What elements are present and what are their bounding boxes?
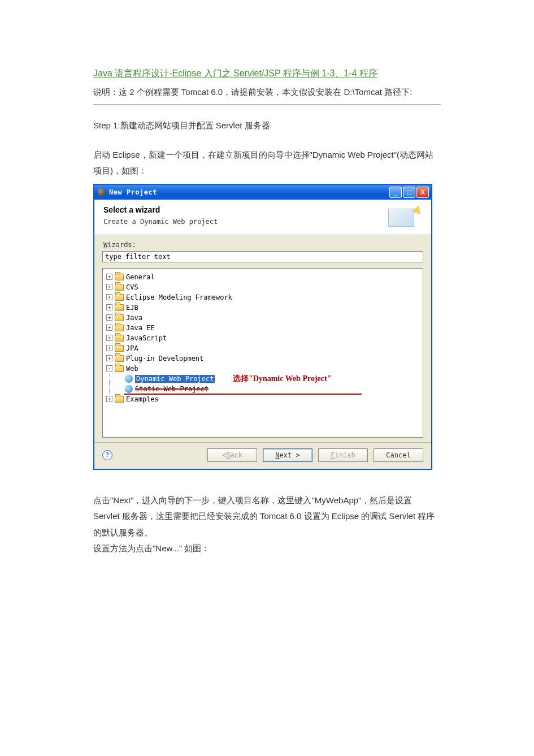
step-1-title: Step 1:新建动态网站项目并配置 Servlet 服务器 [93, 120, 441, 131]
next-button[interactable]: Next > [263, 448, 312, 462]
step-1-body: 启动 Eclipse，新建一个项目，在建立新项目的向导中选择"Dynamic W… [93, 147, 441, 179]
tree-item-label: Examples [126, 395, 159, 403]
expand-toggle-icon[interactable]: + [106, 314, 112, 321]
tree-item-label: Plug-in Development [126, 355, 203, 362]
back-button: < Back [207, 448, 257, 462]
tree-item-label: Java EE [126, 324, 155, 332]
project-icon [125, 375, 133, 383]
folder-icon [115, 396, 124, 403]
folder-icon [115, 355, 124, 362]
tree-item-label: Static Web Project [135, 385, 209, 393]
expand-toggle-icon[interactable]: + [106, 355, 112, 361]
folder-icon [115, 304, 124, 311]
tree-item-general[interactable]: +General [106, 272, 419, 282]
expand-toggle-icon[interactable]: + [106, 274, 112, 280]
project-icon [125, 385, 133, 393]
expand-toggle-icon[interactable]: + [106, 335, 112, 341]
tree-item-eclipse-modeling-framework[interactable]: +Eclipse Modeling Framework [106, 292, 419, 303]
close-button[interactable]: X [416, 187, 429, 198]
tree-item-static-web-project[interactable]: Static Web Project [106, 384, 419, 394]
expand-toggle-icon[interactable]: - [106, 365, 112, 371]
tree-item-label: Web [126, 365, 138, 373]
tree-item-label: Dynamic Web Project [135, 375, 215, 383]
tree-item-label: EJB [126, 304, 138, 312]
folder-icon [115, 345, 124, 352]
wizards-label: Wizards: [103, 241, 423, 249]
tree-item-label: General [126, 273, 155, 281]
cancel-button[interactable]: Cancel [374, 448, 423, 462]
wizard-banner-icon [388, 205, 422, 228]
tree-item-java-ee[interactable]: +Java EE [106, 323, 419, 333]
tree-item-label: Eclipse Modeling Framework [126, 293, 232, 301]
separator [93, 104, 441, 105]
expand-toggle-icon[interactable]: + [106, 304, 112, 310]
header-title: Select a wizard [103, 205, 388, 214]
annotation-underline [124, 394, 362, 395]
annotation-callout: 选择"Dynamic Web Project" [233, 374, 331, 384]
tree-item-label: JavaScript [126, 334, 167, 342]
dialog-footer: ? < Back Next > Finish Cancel [94, 442, 431, 469]
folder-icon [115, 365, 124, 372]
folder-icon [115, 314, 124, 321]
minimize-button[interactable]: _ [389, 187, 402, 198]
tree-item-javascript[interactable]: +JavaScript [106, 333, 419, 343]
tree-item-plug-in-development[interactable]: +Plug-in Development [106, 353, 419, 364]
tree-item-examples[interactable]: +Examples [106, 394, 419, 404]
tree-item-jpa[interactable]: +JPA [106, 343, 419, 353]
tree-item-label: JPA [126, 344, 138, 352]
folder-icon [115, 325, 124, 331]
after-paragraph-1: 点击"Next"，进入向导的下一步，键入项目名称，这里键入"MyWebApp"，… [93, 493, 441, 541]
new-project-dialog: New Project _ □ X Select a wizard Create… [93, 184, 432, 470]
dialog-header: Select a wizard Create a Dynamic Web pro… [94, 200, 431, 235]
expand-toggle-icon[interactable]: + [106, 284, 112, 290]
tree-item-label: Java [126, 314, 142, 322]
maximize-button[interactable]: □ [403, 187, 415, 198]
folder-icon [115, 274, 124, 280]
expand-toggle-icon[interactable]: + [106, 294, 112, 300]
folder-icon [115, 294, 124, 301]
wizard-filter-input[interactable] [102, 251, 423, 262]
expand-toggle-icon[interactable]: + [106, 396, 112, 402]
tree-item-web[interactable]: -Web [106, 364, 419, 374]
wizard-tree[interactable]: +General+CVS+Eclipse Modeling Framework+… [102, 268, 423, 438]
tree-item-label: CVS [126, 283, 138, 291]
expand-toggle-icon[interactable]: + [106, 325, 112, 331]
titlebar[interactable]: New Project _ □ X [94, 185, 431, 200]
expand-toggle-icon[interactable]: + [106, 345, 112, 351]
window-title: New Project [109, 188, 388, 196]
folder-icon [115, 335, 124, 342]
finish-button: Finish [318, 448, 368, 462]
tree-item-cvs[interactable]: +CVS [106, 282, 419, 292]
header-subtitle: Create a Dynamic Web project [103, 218, 388, 226]
tree-item-java[interactable]: +Java [106, 313, 419, 323]
tree-item-ejb[interactable]: +EJB [106, 303, 419, 313]
doc-intro: 说明：这 2 个例程需要 Tomcat 6.0，请提前安装，本文假设安装在 D:… [93, 84, 441, 101]
doc-title-link[interactable]: Java 语言程序设计-Eclipse 入门之 Servlet/JSP 程序与例… [93, 68, 377, 80]
help-icon[interactable]: ? [102, 450, 112, 460]
after-paragraph-2: 设置方法为点击"New..." 如图： [93, 541, 441, 557]
folder-icon [115, 284, 124, 291]
eclipse-icon [98, 188, 106, 196]
